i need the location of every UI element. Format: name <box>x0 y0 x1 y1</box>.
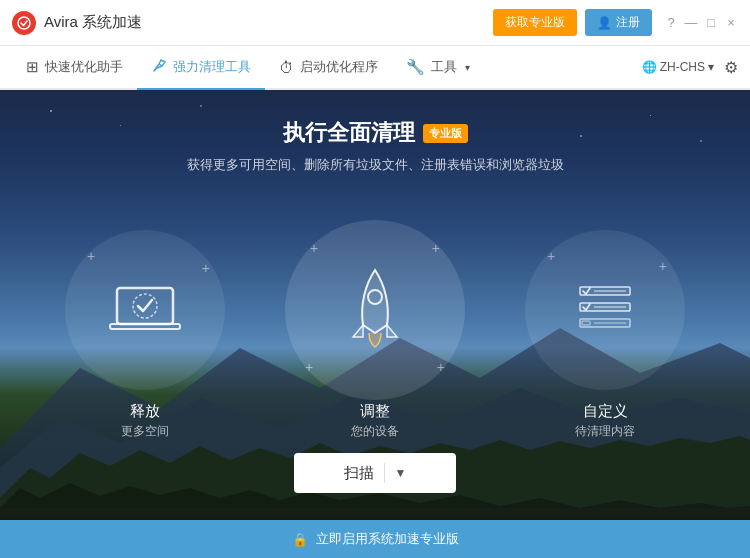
maximize-button[interactable]: □ <box>704 16 718 30</box>
svg-point-3 <box>133 294 157 318</box>
register-button[interactable]: 👤 注册 <box>585 9 652 36</box>
release-sublabel: 更多空间 <box>121 423 169 440</box>
get-pro-button[interactable]: 获取专业版 <box>493 9 577 36</box>
globe-icon: 🌐 <box>642 60 657 74</box>
bottombar[interactable]: 🔒 立即启用系统加速专业版 <box>0 520 750 558</box>
clock-icon: ⏱ <box>279 59 294 76</box>
avira-logo <box>12 11 36 35</box>
tools-icon: 🔧 <box>406 58 425 76</box>
help-button[interactable]: ? <box>664 16 678 30</box>
scan-dropdown-arrow[interactable]: ▼ <box>395 466 407 480</box>
app-title: Avira 系统加速 <box>44 13 142 32</box>
plus-decoration: + <box>310 240 318 256</box>
adjust-label: 调整 <box>360 402 390 421</box>
release-label: 释放 <box>130 402 160 421</box>
icons-section: + + 释放 更多空间 + + + + <box>0 220 750 460</box>
grid-icon: ⊞ <box>26 58 39 76</box>
bottombar-text: 立即启用系统加速专业版 <box>316 530 459 548</box>
main-title-area: 执行全面清理 专业版 <box>283 118 468 148</box>
nav-item-quick[interactable]: ⊞ 快速优化助手 <box>12 46 137 90</box>
nav-clean-label: 强力清理工具 <box>173 58 251 76</box>
customize-sublabel: 待清理内容 <box>575 423 635 440</box>
plus-decoration: + <box>437 359 445 375</box>
top-section: 执行全面清理 专业版 获得更多可用空间、删除所有垃圾文件、注册表错误和浏览器垃圾 <box>0 90 750 174</box>
customize-circle: + + <box>525 230 685 390</box>
scan-label: 扫描 <box>344 464 374 483</box>
icon-item-adjust: + + + + 调整 您的设备 <box>255 220 495 460</box>
titlebar: Avira 系统加速 获取专业版 👤 注册 ? — □ × <box>0 0 750 46</box>
title-right: 获取专业版 👤 注册 ? — □ × <box>493 9 738 36</box>
page-subtitle: 获得更多可用空间、删除所有垃圾文件、注册表错误和浏览器垃圾 <box>187 156 564 174</box>
plus-decoration: + <box>202 260 210 276</box>
scan-btn-divider <box>384 463 385 483</box>
nav-item-startup[interactable]: ⏱ 启动优化程序 <box>265 46 392 90</box>
plus-decoration: + <box>432 240 440 256</box>
adjust-circle: + + + + <box>285 220 465 400</box>
release-circle: + + <box>65 230 225 390</box>
nav-item-tools[interactable]: 🔧 工具 ▾ <box>392 46 484 90</box>
user-icon: 👤 <box>597 16 612 30</box>
plus-decoration: + <box>659 258 667 274</box>
svg-point-0 <box>18 17 30 29</box>
plus-decoration: + <box>87 248 95 264</box>
nav-tools-label: 工具 <box>431 58 457 76</box>
laptop-icon <box>105 278 185 343</box>
icon-item-release: + + 释放 更多空间 <box>35 230 255 460</box>
checklist-icon <box>570 275 640 345</box>
navbar: ⊞ 快速优化助手 强力清理工具 ⏱ 启动优化程序 🔧 工具 ▾ 🌐 ZH-CHS… <box>0 46 750 90</box>
nav-item-clean[interactable]: 强力清理工具 <box>137 46 265 90</box>
nav-right: 🌐 ZH-CHS ▾ ⚙ <box>642 58 738 77</box>
adjust-sublabel: 您的设备 <box>351 423 399 440</box>
chevron-down-icon: ▾ <box>465 62 470 73</box>
close-button[interactable]: × <box>724 16 738 30</box>
title-left: Avira 系统加速 <box>12 11 142 35</box>
window-controls: ? — □ × <box>664 16 738 30</box>
svg-rect-2 <box>110 324 180 329</box>
nav-startup-label: 启动优化程序 <box>300 58 378 76</box>
plus-decoration: + <box>547 248 555 264</box>
scan-section: 扫描 ▼ <box>0 453 750 493</box>
page-title: 执行全面清理 <box>283 118 415 148</box>
settings-button[interactable]: ⚙ <box>724 58 738 77</box>
lock-icon: 🔒 <box>292 532 308 547</box>
customize-label: 自定义 <box>583 402 628 421</box>
rocket-icon <box>335 265 415 355</box>
lang-arrow-icon: ▾ <box>708 60 714 74</box>
nav-quick-label: 快速优化助手 <box>45 58 123 76</box>
nav-left: ⊞ 快速优化助手 强力清理工具 ⏱ 启动优化程序 🔧 工具 ▾ <box>12 46 484 88</box>
language-selector[interactable]: 🌐 ZH-CHS ▾ <box>642 60 714 74</box>
main-content: 执行全面清理 专业版 获得更多可用空间、删除所有垃圾文件、注册表错误和浏览器垃圾… <box>0 90 750 558</box>
scan-button[interactable]: 扫描 ▼ <box>294 453 457 493</box>
pro-badge: 专业版 <box>423 124 468 143</box>
plus-decoration: + <box>305 359 313 375</box>
lang-label: ZH-CHS <box>660 60 705 74</box>
broom-icon <box>151 58 167 77</box>
minimize-button[interactable]: — <box>684 16 698 30</box>
icon-item-customize: + + 自定义 待清理内容 <box>495 230 715 460</box>
